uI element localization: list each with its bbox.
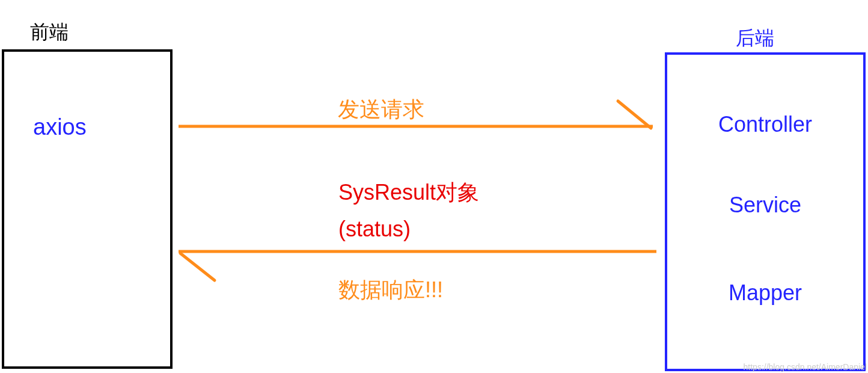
sysresult-text-2: (status) [338, 217, 411, 242]
svg-line-3 [180, 253, 215, 280]
frontend-box [2, 49, 173, 369]
backend-label: 后端 [736, 25, 774, 52]
svg-line-1 [618, 101, 651, 128]
controller-text: Controller [665, 112, 866, 137]
request-label: 发送请求 [338, 95, 424, 125]
axios-text: axios [33, 114, 87, 140]
response-label: 数据响应!!! [338, 276, 443, 305]
frontend-label: 前端 [30, 19, 69, 46]
watermark-text: https://blog.csdn.net/AimerDaniel [744, 362, 867, 372]
mapper-text: Mapper [665, 280, 866, 306]
sysresult-text-1: SysResult对象 [338, 178, 479, 208]
service-text: Service [665, 193, 866, 218]
